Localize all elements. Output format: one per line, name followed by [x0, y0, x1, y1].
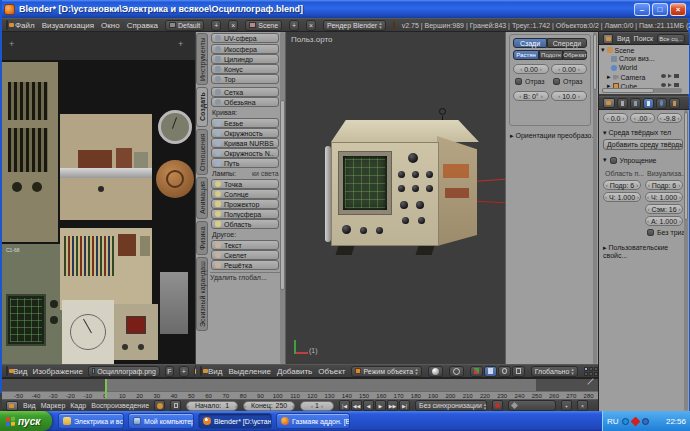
add-cylinder-button[interactable]: Цилиндр — [211, 54, 279, 64]
outliner-hscrollbar[interactable] — [602, 88, 682, 93]
add-area-lamp-button[interactable]: Область — [211, 219, 279, 229]
outliner-editor-icon[interactable] — [603, 34, 613, 44]
screen-layout-add-button[interactable]: + — [211, 20, 221, 31]
add-nurbs-curve-button[interactable]: Кривая NURBS — [211, 138, 279, 148]
timeline-menu-marker[interactable]: Маркер — [41, 402, 66, 409]
oscilloscope-model[interactable] — [329, 120, 481, 264]
tab-relations[interactable]: Отношения — [196, 129, 208, 175]
scene-selector[interactable]: Scene — [245, 20, 282, 31]
bg-crop-button[interactable]: Обрезат — [563, 50, 587, 60]
bg-rotation-field[interactable]: В: 0° — [513, 91, 549, 101]
manipulator-axes-toggle[interactable] — [470, 366, 483, 377]
current-frame-line[interactable] — [105, 379, 107, 398]
tab-scene[interactable] — [643, 98, 654, 109]
current-frame-field[interactable]: 1 — [300, 401, 334, 411]
pivot-point-selector[interactable] — [449, 366, 464, 377]
3d-view-editor-icon[interactable] — [200, 366, 202, 376]
manipulator-scale-toggle[interactable] — [512, 366, 525, 377]
render-camera-icon[interactable] — [674, 83, 679, 87]
window-titlebar[interactable]: Blender* [D:\установки\Электрика и всяко… — [0, 0, 690, 18]
image-editor-canvas[interactable]: + + C1-68 — [2, 32, 195, 364]
add-cone-button[interactable]: Конус — [211, 64, 279, 74]
bg-fit-button[interactable]: Подогн — [539, 50, 563, 60]
timeline-menu-playback[interactable]: Воспроизведение — [91, 402, 149, 409]
frame-end-field[interactable]: Конец:250 — [243, 401, 295, 411]
viewport-shading-selector[interactable] — [428, 366, 443, 377]
new-image-button[interactable]: + — [179, 366, 189, 377]
sync-mode-selector[interactable]: Без синхронизации▴▾ — [415, 400, 487, 411]
tray-icon-red[interactable] — [630, 416, 640, 426]
menu-window[interactable]: Окно — [101, 21, 120, 30]
eye-icon[interactable] — [661, 74, 666, 78]
properties-editor-icon[interactable] — [603, 98, 615, 108]
bg-size-field[interactable]: 10.0 — [551, 91, 587, 101]
outliner-display-filter[interactable]: Все сц... — [657, 34, 685, 44]
bg-stretch-button[interactable]: Растян — [513, 50, 539, 60]
image-menu-view[interactable]: Вид — [13, 367, 27, 376]
gravity-y-field[interactable]: .00 — [630, 113, 655, 123]
transform-orientation-selector[interactable]: Глобально ▴▾ — [531, 366, 578, 377]
taskbar-button-blender[interactable]: Blender* [D:\устано... — [198, 413, 272, 429]
timeline-editor-icon[interactable] — [6, 401, 18, 411]
outliner-row-scene[interactable]: ▾Scene — [601, 46, 634, 54]
delete-keyframe-button[interactable]: × — [577, 400, 588, 411]
tab-create[interactable]: Создать — [196, 87, 208, 127]
menu-render[interactable]: Визуализация — [42, 21, 94, 30]
bg-front-button[interactable]: Спереди — [547, 38, 587, 48]
minimize-button[interactable]: – — [634, 3, 650, 16]
camera-visibility-icons[interactable] — [661, 74, 679, 78]
use-preview-range-toggle[interactable] — [154, 400, 165, 411]
menu-file[interactable]: Файл — [15, 21, 35, 30]
taskbar-button-my-computer[interactable]: Мой компьютер — [128, 413, 194, 429]
screen-layout-delete-button[interactable]: × — [228, 20, 238, 31]
outliner-row-camera[interactable]: ▸Camera — [607, 73, 645, 81]
jump-to-end-button[interactable]: ▶| — [399, 400, 410, 411]
tab-physics[interactable]: Физика — [196, 221, 208, 255]
tab-object[interactable] — [669, 98, 680, 109]
tray-icon-gray[interactable] — [642, 418, 649, 425]
maximize-button[interactable]: □ — [652, 3, 668, 16]
lamp-object-icon[interactable] — [439, 108, 446, 115]
scene-add-button[interactable]: + — [289, 20, 299, 31]
simplify-child-particles-field[interactable]: Ч: 1.000 — [603, 192, 641, 202]
prev-keyframe-button[interactable]: ◀◀ — [351, 400, 362, 411]
add-circle-curve-button[interactable]: Окружность — [211, 128, 279, 138]
add-point-lamp-button[interactable]: Точка — [211, 179, 279, 189]
bg-back-button[interactable]: Сзади — [513, 38, 547, 48]
layer-toggle[interactable] — [584, 367, 588, 371]
add-nurbs-circle-button[interactable]: Окружность N.. — [211, 148, 279, 158]
outliner-row-world[interactable]: World — [611, 64, 637, 71]
bg-flip-y-checkbox[interactable]: Отраз — [553, 78, 583, 85]
object-menu[interactable]: Объект — [318, 367, 345, 376]
select-menu[interactable]: Выделение — [228, 367, 270, 376]
tray-icon-blue[interactable] — [622, 418, 629, 425]
mode-selector[interactable]: Режим объекта ▴▾ — [351, 366, 421, 377]
clock[interactable]: 22:56 — [666, 417, 686, 426]
lock-frame-range-toggle[interactable] — [170, 400, 181, 411]
simplify-ao-field[interactable]: А: 1.000 — [645, 216, 683, 226]
simplify-panel-header[interactable]: ▾Упрощение — [603, 156, 656, 164]
render-engine-selector[interactable]: Рендер Blender ▴▾ — [323, 20, 386, 31]
add-grid-button[interactable]: Сетка — [211, 87, 279, 97]
bg-offset-x-field[interactable]: 0.00 — [513, 64, 549, 74]
add-hemi-lamp-button[interactable]: Полусфера — [211, 209, 279, 219]
eye-icon[interactable] — [661, 83, 666, 87]
manipulator-rotate-toggle[interactable] — [498, 366, 511, 377]
layer-toggle[interactable] — [589, 372, 593, 376]
add-icosphere-button[interactable]: Икосфера — [211, 44, 279, 54]
view-menu[interactable]: Вид — [208, 367, 222, 376]
transform-orientations-panel-header[interactable]: ▸ Ориентации преобразо... — [510, 132, 597, 140]
cursor-select-icon[interactable] — [668, 83, 672, 87]
jump-to-start-button[interactable]: |◀ — [339, 400, 350, 411]
add-bezier-button[interactable]: Безье — [211, 118, 279, 128]
simplify-render-subdivision-field[interactable]: Подр: 6 — [645, 180, 683, 190]
play-button[interactable]: ▶ — [375, 400, 386, 411]
insert-keyframe-button[interactable]: + — [561, 400, 572, 411]
start-button[interactable]: пуск — [0, 411, 52, 431]
simplify-subdivision-field[interactable]: Подр: 6 — [603, 180, 641, 190]
manipulator-translate-toggle[interactable] — [484, 366, 497, 377]
sidebar-scrollbar[interactable] — [593, 32, 597, 364]
screen-layout-selector[interactable]: Default — [165, 20, 204, 31]
add-sun-lamp-button[interactable]: Солнце — [211, 189, 279, 199]
viewport-3d[interactable]: Польз.орто — [287, 32, 505, 364]
